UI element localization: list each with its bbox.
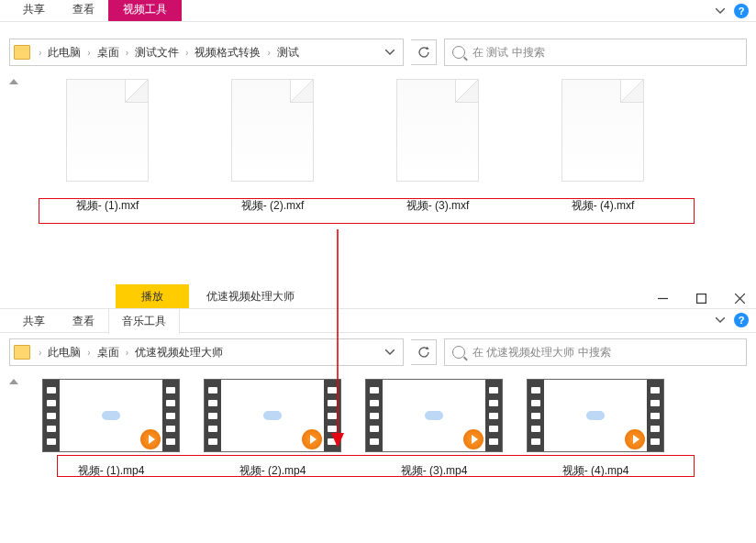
close-button[interactable] (728, 289, 750, 307)
file-name: 视频- (1).mxf (76, 194, 139, 214)
breadcrumb-item[interactable]: 测试文件 (131, 45, 183, 61)
document-icon (396, 79, 479, 182)
ribbon-collapse-button[interactable] (712, 3, 728, 19)
play-icon (625, 429, 645, 449)
help-icon[interactable]: ? (734, 4, 749, 18)
breadcrumb-item[interactable]: 此电脑 (44, 345, 84, 360)
search-placeholder: 在 优速视频处理大师 中搜索 (472, 345, 611, 360)
document-icon (231, 79, 314, 182)
chevron-right-icon: › (123, 348, 131, 358)
breadcrumb-item[interactable]: 优速视频处理大师 (131, 345, 227, 360)
chevron-right-icon: › (84, 348, 93, 358)
svg-rect-1 (696, 294, 706, 303)
tab-context-play[interactable]: 播放 (116, 284, 189, 308)
play-icon (140, 429, 161, 449)
file-name: 视频- (4).mp4 (562, 460, 629, 479)
folder-icon (14, 345, 30, 360)
refresh-button[interactable] (411, 39, 437, 65)
document-icon (561, 79, 644, 182)
scroll-up-button[interactable] (0, 371, 28, 486)
search-input[interactable]: 在 测试 中搜索 (444, 39, 747, 66)
address-row: › 此电脑 › 桌面 › 优速视频处理大师 在 优速视频处理大师 中搜索 (0, 333, 756, 371)
address-row: › 此电脑 › 桌面 › 测试文件 › 视频格式转换 › 测试 在 测试 中搜索 (0, 33, 756, 72)
refresh-button[interactable] (411, 339, 437, 365)
file-grid: 视频- (1).mxf 视频- (2).mxf 视频- (3).mxf 视频- … (28, 72, 756, 255)
file-name: 视频- (2).mxf (241, 194, 305, 214)
video-thumbnail-icon (204, 379, 341, 452)
breadcrumb-item[interactable]: 视频格式转换 (191, 45, 264, 61)
chevron-right-icon: › (36, 348, 44, 358)
explorer-window-dest: 播放 优速视频处理大师 共享 查看 音乐工具 ? › 此电脑 › 桌面 › 优速… (0, 287, 756, 542)
video-thumbnail-icon (527, 379, 664, 452)
search-input[interactable]: 在 优速视频处理大师 中搜索 (444, 338, 747, 366)
file-name: 视频- (3).mp4 (401, 460, 468, 479)
ribbon-tab-row-top: 播放 优速视频处理大师 (0, 287, 756, 309)
scroll-up-button[interactable] (0, 72, 28, 255)
breadcrumb-item[interactable]: 测试 (273, 45, 303, 61)
help-icon[interactable]: ? (734, 313, 749, 327)
document-icon (66, 79, 149, 182)
file-name: 视频- (4).mxf (572, 194, 635, 214)
file-item[interactable]: 视频- (1).mp4 (39, 379, 183, 479)
address-bar[interactable]: › 此电脑 › 桌面 › 优速视频处理大师 (9, 338, 404, 366)
file-item[interactable]: 视频- (2).mp4 (200, 379, 345, 479)
file-item[interactable]: 视频- (4).mp4 (523, 379, 668, 479)
file-item[interactable]: 视频- (2).mxf (204, 79, 341, 214)
chevron-right-icon: › (123, 48, 131, 58)
tab-view[interactable]: 查看 (59, 308, 108, 334)
file-name: 视频- (1).mp4 (78, 460, 145, 479)
chevron-right-icon: › (84, 48, 93, 58)
chevron-right-icon: › (183, 48, 191, 58)
folder-icon (14, 45, 30, 60)
search-placeholder: 在 测试 中搜索 (472, 45, 545, 61)
window-title: 优速视频处理大师 (189, 284, 312, 308)
file-item[interactable]: 视频- (1).mxf (39, 79, 176, 214)
ribbon-tab-row: 共享 查看 视频工具 ? (0, 0, 756, 22)
tab-share[interactable]: 共享 (9, 308, 59, 334)
breadcrumb-item[interactable]: 桌面 (94, 345, 123, 360)
tab-context-music-tools[interactable]: 音乐工具 (108, 309, 180, 335)
video-thumbnail-icon (42, 379, 180, 452)
play-icon (463, 429, 484, 449)
content-pane: 视频- (1).mp4 视频- (2).mp4 (0, 371, 756, 486)
chevron-right-icon: › (36, 48, 44, 58)
ribbon-collapse-button[interactable] (712, 312, 728, 328)
tab-view[interactable]: 查看 (59, 0, 108, 21)
address-dropdown-button[interactable] (379, 339, 399, 365)
file-grid: 视频- (1).mp4 视频- (2).mp4 (28, 371, 756, 486)
file-name: 视频- (2).mp4 (239, 460, 306, 479)
breadcrumb-item[interactable]: 此电脑 (44, 45, 84, 61)
file-item[interactable]: 视频- (3).mp4 (361, 379, 506, 479)
play-icon (302, 429, 322, 449)
minimize-button[interactable] (651, 289, 673, 307)
explorer-window-source: 共享 查看 视频工具 ? › 此电脑 › 桌面 › 测试文件 › 视频格式转换 … (0, 0, 756, 266)
search-icon (452, 46, 465, 59)
maximize-button[interactable] (690, 289, 712, 307)
file-item[interactable]: 视频- (4).mxf (534, 79, 672, 214)
video-thumbnail-icon (365, 379, 503, 452)
chevron-right-icon: › (264, 48, 272, 58)
address-dropdown-button[interactable] (379, 39, 399, 65)
content-pane: 视频- (1).mxf 视频- (2).mxf 视频- (3).mxf 视频- … (0, 72, 756, 255)
file-item[interactable]: 视频- (3).mxf (369, 79, 506, 214)
ribbon-tab-row: 共享 查看 音乐工具 ? (0, 309, 756, 333)
breadcrumb-item[interactable]: 桌面 (94, 45, 123, 61)
file-name: 视频- (3).mxf (406, 194, 470, 214)
tab-share[interactable]: 共享 (9, 0, 59, 21)
search-icon (452, 346, 465, 359)
tab-context-video[interactable]: 视频工具 (108, 0, 182, 21)
address-bar[interactable]: › 此电脑 › 桌面 › 测试文件 › 视频格式转换 › 测试 (9, 39, 404, 66)
